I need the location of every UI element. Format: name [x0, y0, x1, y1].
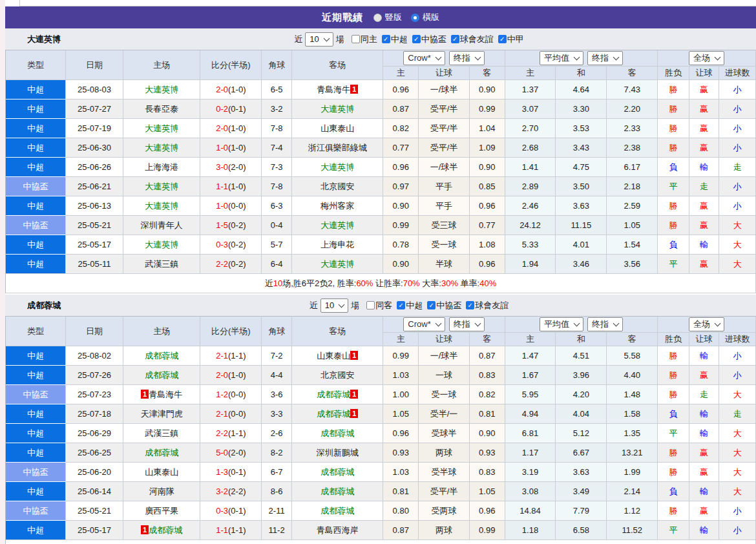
date-cell: 25-06-29 [66, 424, 123, 443]
table-row: 中超25-06-29武漢三鎮2-2(1-1)2-6成都蓉城0.96受球半0.90… [6, 424, 756, 443]
same-venue-checkbox[interactable] [352, 35, 360, 43]
home-team-cell: 大連英博 [123, 196, 200, 216]
summary-segment-1: 10 [273, 278, 282, 288]
scope-select[interactable]: 全场 [689, 51, 724, 65]
full-time-score: 1-1 [216, 525, 228, 535]
league-checkbox-3[interactable]: ✓ [498, 35, 507, 43]
home-team-cell: 1青島海牛 [123, 385, 200, 404]
result-goals-cell: 大 [719, 424, 756, 443]
table-row: 中協盃25-05-21深圳青年人1-5(0-2)0-4大連英博0.99受三球0.… [6, 216, 756, 235]
league-checkbox-0[interactable]: ✓ [397, 301, 405, 309]
bookmaker-type-select[interactable]: 终指 [449, 51, 485, 65]
league-checkbox-1[interactable]: ✓ [427, 301, 436, 309]
avg-home-cell: 1.37 [505, 80, 556, 99]
avg-home-cell: 5.33 [505, 235, 556, 255]
bookmaker-select[interactable]: Crow* [403, 317, 445, 331]
away-team-cell: 成都蓉城 [292, 482, 384, 501]
table-row: 中超25-06-13大連英博1-0(0-0)6-3梅州客家0.90平手0.962… [6, 196, 756, 216]
league-checkbox-2[interactable]: ✓ [451, 35, 459, 43]
same-venue-checkbox[interactable] [366, 301, 375, 309]
result-handicap-cell: 赢 [689, 501, 720, 521]
avg-home-cell: 2.68 [505, 138, 556, 158]
result-goals-cell: 小 [719, 346, 756, 366]
team-name: 山東泰山 [145, 467, 178, 477]
type-cell: 中超 [6, 404, 66, 424]
layout-radio-0[interactable] [373, 14, 382, 22]
bookmaker-select[interactable]: Crow* [403, 51, 445, 65]
result-goals-cell: 大 [719, 463, 756, 482]
sub-column-header-6: 胜负 [658, 67, 689, 80]
odds-away-cell: 0.77 [470, 216, 505, 235]
type-cell: 中超 [6, 443, 66, 463]
team-filter-row: 成都蓉城近10場同客✓中超✓中協盃✓球會友誼 [5, 295, 756, 316]
average-select[interactable]: 平均值 [540, 51, 583, 65]
avg-draw-cell: 6.67 [556, 443, 607, 463]
away-team-cell: 大連英博 [292, 158, 384, 177]
red-card-badge: 1 [141, 390, 149, 399]
result-outcome-cell: 勝 [658, 346, 689, 366]
corner-cell: 3-6 [262, 385, 292, 404]
home-team-cell: 成都蓉城 [123, 443, 200, 463]
team-name: 成都蓉城 [320, 486, 354, 496]
odds-home-cell: 0.80 [383, 501, 419, 521]
home-team-cell: 山東泰山 [123, 463, 200, 482]
team-name: 成都蓉城 [145, 448, 178, 457]
half-time-score: (0-0) [228, 409, 246, 419]
handicap-cell: 受一球 [419, 235, 470, 255]
column-header-5: 客场 [292, 317, 384, 346]
avg-home-cell: 6.81 [505, 424, 556, 443]
score-cell: 2-1(1-1) [200, 346, 262, 366]
match-count-select[interactable]: 10 [320, 298, 348, 313]
score-cell: 2-2(1-1) [200, 424, 262, 443]
corner-cell: 7-4 [262, 138, 292, 158]
match-count-select-value: 10 [325, 300, 334, 310]
average-type-select[interactable]: 终指 [587, 317, 623, 331]
team-filter-row: 大連英博近10場同主✓中超✓中協盃✓球會友誼✓中甲 [5, 28, 756, 50]
match-count-select[interactable]: 10 [305, 32, 333, 47]
score-cell: 3-0(2-0) [200, 158, 262, 177]
away-team-cell: 青島西海岸 [292, 521, 384, 540]
sub-column-header-4: 和 [556, 67, 607, 80]
type-cell: 中超 [6, 80, 66, 99]
score-cell: 2-0(1-0) [200, 119, 262, 138]
away-team-cell: 山東泰山1 [292, 346, 384, 366]
odds-home-cell: 0.82 [383, 119, 419, 138]
league-checkbox-0[interactable]: ✓ [382, 35, 390, 43]
date-cell: 25-06-26 [66, 158, 123, 177]
away-team-cell: 青島海牛1 [292, 80, 384, 99]
league-checkbox-2[interactable]: ✓ [466, 301, 474, 309]
layout-radio-label-0: 豎版 [385, 12, 402, 23]
layout-radio-1[interactable] [411, 14, 419, 22]
column-header-3: 比分(半场) [200, 317, 262, 346]
same-venue-label: 同主 [361, 34, 377, 45]
odds-away-cell: 1.09 [470, 138, 505, 158]
table-row: 中超25-06-30大連英博1-0(1-0)7-4浙江俱樂部綠城0.77受平/半… [6, 138, 756, 158]
league-checkbox-1[interactable]: ✓ [412, 35, 421, 43]
team-name: 大連英博 [145, 201, 178, 211]
sub-column-header-4: 和 [556, 333, 607, 346]
half-time-score: (0-1) [228, 467, 246, 477]
average-type-select[interactable]: 终指 [587, 51, 623, 65]
bookmaker-type-select[interactable]: 终指 [449, 317, 485, 331]
table-row: 中超25-07-27長春亞泰0-2(0-1)3-2大連英博0.87受平/半0.9… [6, 99, 756, 119]
average-select[interactable]: 平均值 [540, 317, 583, 331]
odds-away-cell: 0.96 [470, 255, 505, 274]
bookmaker-select-value: Crow* [408, 53, 430, 63]
handicap-cell: 一球 [419, 366, 470, 385]
scope-select[interactable]: 全场 [689, 317, 724, 331]
summary-row: 近10场,胜6平2负2, 胜率:60% 让胜率:40% 大率:50% 单率:60… [6, 540, 756, 544]
chevron-down-icon [715, 54, 721, 61]
away-team-cell: 成都蓉城 [292, 463, 384, 482]
result-goals-cell: 大 [719, 255, 756, 274]
chevron-down-icon [435, 54, 441, 60]
type-cell: 中超 [6, 366, 66, 385]
date-cell: 25-08-03 [66, 80, 123, 99]
team-name: 成都蓉城 [320, 506, 354, 516]
away-team-cell: 大連英博 [292, 216, 384, 235]
unit-label: 場 [351, 300, 359, 311]
full-time-score: 0-3 [216, 506, 228, 516]
column-header-3: 比分(半场) [200, 50, 262, 80]
scope-group-header: 全场 [658, 50, 756, 67]
full-time-score: 2-0 [216, 123, 228, 133]
result-handicap-cell: 輸 [689, 235, 720, 255]
